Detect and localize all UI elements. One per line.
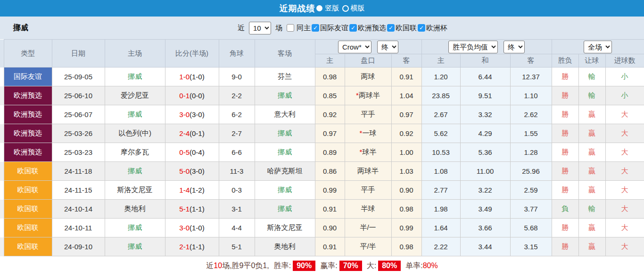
stat-label: 大: xyxy=(367,261,376,271)
win-loss-result: 勝 xyxy=(552,219,578,237)
goals-result: 大 xyxy=(605,124,644,143)
competition-badge: 欧洲预选 xyxy=(4,105,52,124)
handicap-home-odds: 0.90 xyxy=(315,219,345,237)
header-gutter xyxy=(0,40,4,68)
win-loss-result: 勝 xyxy=(552,86,578,105)
handicap-line: 平手 xyxy=(345,181,391,200)
halftime-score: (0-1) xyxy=(190,129,205,137)
home-win-odds: 2.67 xyxy=(421,105,460,124)
recent-count-select[interactable]: 10 xyxy=(249,22,271,34)
handicap-line: 两球半 xyxy=(345,162,391,181)
draw-odds: 4.29 xyxy=(460,124,510,143)
away-team: 意大利 xyxy=(255,105,315,124)
odds-time-select[interactable]: 终 xyxy=(377,41,398,53)
layout-option-vertical[interactable]: 竖版 xyxy=(318,4,339,13)
away-team: 奥地利 xyxy=(255,237,315,256)
handicap-line: *球半 xyxy=(345,143,391,162)
stat-value: 80% xyxy=(423,262,438,270)
away-team: 挪威 xyxy=(255,181,315,200)
col-header-away: 客场 xyxy=(255,40,315,68)
subcol-europe-away: 客 xyxy=(510,54,552,68)
radio-unselected-icon[interactable] xyxy=(342,5,349,12)
handicap-result: 輸 xyxy=(578,86,605,105)
col-header-score: 比分(半场) xyxy=(165,40,219,68)
halftime-score: (1-0) xyxy=(190,73,205,81)
handicap-line: 半/一 xyxy=(345,219,391,237)
row-gutter xyxy=(0,237,4,256)
radio-vertical-label[interactable]: 竖版 xyxy=(325,4,339,13)
competition-label-nations-league: 欧国联 xyxy=(396,24,417,33)
corners: 2-7 xyxy=(219,124,255,143)
home-team: 爱沙尼亚 xyxy=(105,86,165,105)
row-gutter xyxy=(0,143,4,162)
handicap-star: * xyxy=(360,148,363,156)
handicap-result: 贏 xyxy=(578,237,605,256)
halftime-score: (1-0) xyxy=(190,224,205,232)
corners: 6-6 xyxy=(219,143,255,162)
europe-odds-type-select[interactable]: 胜平负均值 xyxy=(448,41,498,53)
score-halftime: 2-4(0-1) xyxy=(165,124,219,143)
handicap-away-odds: 0.98 xyxy=(391,237,421,256)
results-tbody: 国际友谊25-09-05挪威1-0(1-0)9-0芬兰0.98两球0.911.2… xyxy=(0,68,644,256)
competition-checkbox-friendly[interactable]: ✓ xyxy=(312,24,319,32)
radio-horizontal-label[interactable]: 横版 xyxy=(351,4,365,13)
halftime-score: (3-0) xyxy=(190,110,205,118)
home-team: 摩尔多瓦 xyxy=(105,143,165,162)
competition-checkbox-euro-cup[interactable]: ✓ xyxy=(418,24,425,32)
handicap-result: 贏 xyxy=(578,181,605,200)
away-team: 挪威 xyxy=(255,86,315,105)
halftime-score: (1-1) xyxy=(190,205,205,213)
table-row: 欧国联24-09-10挪威2-1(1-1)5-1奥地利0.91平/半0.982.… xyxy=(0,237,644,256)
table-row: 欧洲预选25-06-10爱沙尼亚0-1(0-0)2-2挪威0.85*两球半1.0… xyxy=(0,86,644,105)
handicap-result: 輸 xyxy=(578,200,605,219)
handicap-away-odds: 0.91 xyxy=(391,68,421,86)
competition-checkbox-euro-qualifier[interactable]: ✓ xyxy=(349,24,357,32)
competition-badge: 欧国联 xyxy=(4,200,52,219)
away-team: 斯洛文尼亚 xyxy=(255,219,315,237)
handicap-line: *一球 xyxy=(345,124,391,143)
handicap-result: 輸 xyxy=(578,68,605,86)
competition-badge: 欧国联 xyxy=(4,181,52,200)
handicap-away-odds: 0.97 xyxy=(391,105,421,124)
col-header-type: 类型 xyxy=(4,40,52,68)
draw-odds: 6.44 xyxy=(460,68,510,86)
fulltime-score: 1-0 xyxy=(179,73,190,81)
odds-company-select[interactable]: Crow* xyxy=(338,41,372,53)
result-scope-select[interactable]: 全场 xyxy=(584,41,612,53)
handicap-home-odds: 0.92 xyxy=(315,105,345,124)
same-home-checkbox[interactable] xyxy=(287,24,294,32)
goals-result: 小 xyxy=(605,68,644,86)
win-loss-result: 勝 xyxy=(552,162,578,181)
competition-badge: 欧国联 xyxy=(4,162,52,181)
radio-selected-icon[interactable] xyxy=(316,5,322,11)
corners: 2-2 xyxy=(219,86,255,105)
home-team: 挪威 xyxy=(105,105,165,124)
home-team: 挪威 xyxy=(105,68,165,86)
layout-option-horizontal[interactable]: 横版 xyxy=(342,4,365,13)
corners: 0-3 xyxy=(219,181,255,200)
home-win-odds: 23.85 xyxy=(421,86,460,105)
home-team: 以色列(中) xyxy=(105,124,165,143)
home-team: 挪威 xyxy=(105,162,165,181)
competition-label-euro-qualifier: 欧洲预选 xyxy=(358,24,386,33)
handicap-result: 贏 xyxy=(578,105,605,124)
corners: 6-2 xyxy=(219,105,255,124)
summary-record: 场,胜9平0负1, xyxy=(222,261,269,271)
halftime-score: (0-4) xyxy=(190,148,205,156)
home-win-odds: 2.22 xyxy=(421,237,460,256)
subcol-handicap-home: 主 xyxy=(315,54,345,68)
table-row: 欧洲预选25-03-26以色列(中)2-4(0-1)2-7挪威0.97*一球0.… xyxy=(0,124,644,143)
draw-odds: 3.49 xyxy=(460,200,510,219)
goals-result: 大 xyxy=(605,143,644,162)
draw-odds: 3.32 xyxy=(460,105,510,124)
win-loss-result: 負 xyxy=(552,200,578,219)
goals-result: 大 xyxy=(605,237,644,256)
result-scope-controls: 全场 xyxy=(552,40,644,54)
competition-checkbox-nations-league[interactable]: ✓ xyxy=(387,24,395,32)
goals-result: 大 xyxy=(605,105,644,124)
match-date: 25-03-26 xyxy=(52,124,105,143)
home-team: 挪威 xyxy=(105,237,165,256)
table-row: 欧洲预选25-06-07挪威3-0(3-0)6-2意大利0.92平手0.972.… xyxy=(0,105,644,124)
win-loss-result: 勝 xyxy=(552,181,578,200)
europe-time-select[interactable]: 终 xyxy=(504,41,525,53)
